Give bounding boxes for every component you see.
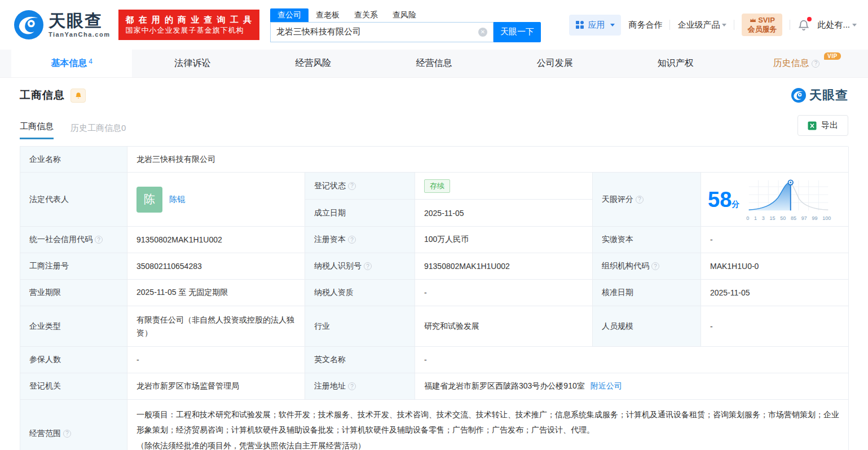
export-button[interactable]: 导出 [797,115,848,136]
business-info-table: 企业名称 龙岩三快科技有限公司 法定代表人 陈 陈锟 登记状态 存续 成立日期 … [20,146,848,450]
help-icon[interactable] [812,60,819,68]
help-icon[interactable] [348,182,356,190]
business-scope-note: （除依法须经批准的项目外，凭营业执照依法自主开展经营活动） [136,438,839,450]
chevron-down-icon [852,24,857,27]
insured-count-value: - [127,347,305,373]
score-chart-ticks: 01 315 5085 9799 100 [746,215,831,221]
search-clear-icon[interactable] [478,28,487,37]
english-name-label: 英文名称 [305,347,415,373]
est-date-value: 2025-11-05 [415,200,593,227]
main-content: 工商信息 天眼查 工商信息 历史工商信息0 导出 [0,87,868,450]
tab-history-info[interactable]: VIP 历史信息 [736,50,857,77]
chevron-down-icon [722,24,726,27]
account-menu[interactable]: 此处有... [817,20,857,30]
paid-capital-value: - [701,227,849,253]
tab-legal-proceedings[interactable]: 法律诉讼 [132,50,253,77]
insured-count-label: 参保人数 [20,347,127,373]
tab-company-development[interactable]: 公司发展 [495,50,615,77]
vip-badge: VIP [824,52,841,60]
search-tab-risk[interactable]: 查风险 [385,8,424,22]
nav-cooperation[interactable]: 商务合作 [628,20,662,30]
help-icon[interactable] [348,382,356,390]
reg-status-label: 登记状态 [305,173,415,200]
taxpayer-id-label: 纳税人识别号 [305,253,415,280]
nav-enterprise-products[interactable]: 企业级产品 [677,20,726,30]
help-icon[interactable] [63,430,71,438]
watermark-logo-icon [791,88,806,103]
industry-label: 行业 [305,306,415,347]
tab-count-badge: 4 [89,58,92,65]
search-button[interactable]: 天眼一下 [494,22,541,42]
approval-date-value: 2025-11-05 [701,280,849,306]
section-title: 工商信息 [20,88,65,103]
top-header: 天眼查 TianYanCha.com 都 在 用 的 商 业 查 询 工 具 国… [0,0,868,50]
slogan-line1: 都 在 用 的 商 业 查 询 工 具 [125,14,253,26]
tab-operating-info[interactable]: 经营信息 [373,50,494,77]
reg-number-label: 工商注册号 [20,253,127,280]
excel-icon [808,121,817,130]
help-icon[interactable] [95,236,103,244]
reg-authority-label: 登记机关 [20,373,127,400]
bell-badge-icon [74,91,82,99]
english-name-value: - [415,347,849,373]
subtab-business-info[interactable]: 工商信息 [20,121,54,139]
taxpayer-qualification-value: - [415,280,593,306]
svip-label-top: SVIP [758,16,775,25]
approval-date-label: 核准日期 [593,280,701,306]
subtab-history-business-info[interactable]: 历史工商信息0 [71,123,126,139]
industry-value: 研究和试验发展 [415,306,593,347]
slogan-line2: 国家中小企业发展子基金旗下机构 [125,25,253,36]
reg-capital-value: 100万人民币 [415,227,593,253]
taxpayer-qualification-label: 纳税人资质 [305,280,415,306]
staff-size-label: 人员规模 [593,306,701,347]
taxpayer-id-value: 91350802MAK1H1U002 [415,253,593,280]
tianyancha-logo-icon [14,10,43,39]
account-label: 此处有... [817,20,850,30]
watermark-text: 天眼查 [809,87,848,104]
company-tabbar: 基本信息 4 法律诉讼 经营风险 经营信息 公司发展 知识产权 VIP 历史信息 [0,50,868,78]
tab-operating-risk[interactable]: 经营风险 [253,50,373,77]
org-code-label: 组织机构代码 [593,253,701,280]
company-type-value: 有限责任公司（非自然人投资或控股的法人独资） [127,306,305,347]
search-tab-relation[interactable]: 查关系 [347,8,385,22]
apps-label: 应用 [588,20,605,30]
divider [669,20,670,30]
tianyancha-logo[interactable]: 天眼查 TianYanCha.com [14,10,110,39]
search-input[interactable] [270,22,494,42]
help-icon[interactable] [364,262,372,270]
search-area: 查公司 查老板 查关系 查风险 天眼一下 [270,8,541,42]
chevron-down-icon [610,24,615,27]
staff-size-value: - [701,306,849,347]
nearby-companies-link[interactable]: 附近公司 [591,381,622,391]
help-icon[interactable] [636,196,644,204]
notifications-button[interactable] [797,19,810,31]
search-tabs: 查公司 查老板 查关系 查风险 [270,8,541,22]
business-scope-label: 经营范围 [20,400,127,450]
brand-name: 天眼查 [49,12,110,29]
apps-grid-icon [575,20,584,29]
tab-intellectual-property[interactable]: 知识产权 [615,50,736,77]
search-tab-company[interactable]: 查公司 [270,8,309,22]
search-tab-boss[interactable]: 查老板 [309,8,347,22]
avatar[interactable]: 陈 [136,187,162,213]
slogan-banner: 都 在 用 的 商 业 查 询 工 具 国家中小企业发展子基金旗下机构 [118,10,259,41]
svip-label-bottom: 会员服务 [747,25,777,34]
help-icon[interactable] [348,236,356,244]
business-term-label: 营业期限 [20,280,127,306]
tab-basic-info[interactable]: 基本信息 4 [11,50,132,77]
notification-dot [807,17,812,21]
credit-code-label: 统一社会信用代码 [20,227,127,253]
paid-capital-label: 实缴资本 [593,227,701,253]
reg-number-value: 350802110654283 [127,253,305,280]
monitor-bell-button[interactable] [71,89,86,103]
score-label: 天眼评分 [593,173,701,227]
apps-menu-button[interactable]: 应用 [569,15,621,36]
org-code-value: MAK1H1U0-0 [701,253,849,280]
status-badge: 存续 [424,179,450,193]
help-icon[interactable] [651,262,659,270]
company-name-label: 企业名称 [20,147,127,173]
reg-status-value: 存续 [415,173,593,200]
legal-rep-link[interactable]: 陈锟 [169,195,185,205]
svip-member-button[interactable]: SVIP 会员服务 [742,14,782,37]
divider [790,20,790,30]
